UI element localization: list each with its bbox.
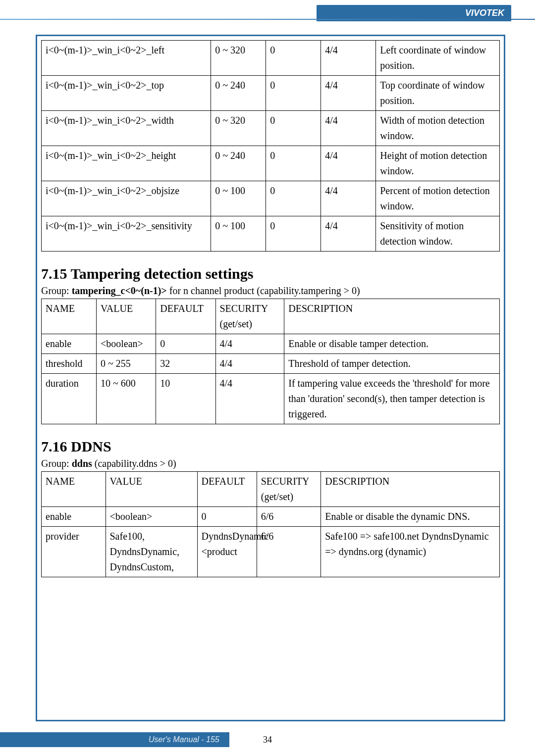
table-row: i<0~(m-1)>_win_i<0~2>_left 0 ~ 320 0 4/4… (42, 41, 500, 76)
cell-name: threshold (42, 354, 97, 374)
group-bold: tampering_c<0~(n-1)> (72, 285, 167, 296)
cell-desc: If tampering value exceeds the 'threshol… (284, 374, 500, 424)
table-row: enable <boolean> 0 6/6 Enable or disable… (42, 507, 500, 527)
cell-sec: 4/4 (215, 334, 284, 354)
cell-def: 0 (156, 334, 215, 354)
table-row: i<0~(m-1)>_win_i<0~2>_sensitivity 0 ~ 10… (42, 216, 500, 252)
cell-value: 0 ~ 255 (97, 354, 156, 374)
section-715-group: Group: tampering_c<0~(n-1)> for n channe… (41, 285, 500, 297)
cell-def: 32 (156, 354, 215, 374)
cell-value: 0 ~ 100 (211, 216, 266, 252)
cell-value: 10 ~ 600 (97, 374, 156, 424)
group-suffix: for n channel product (capability.tamper… (167, 285, 360, 296)
col-value: VALUE (106, 472, 197, 507)
table-row: i<0~(m-1)>_win_i<0~2>_width 0 ~ 320 0 4/… (42, 111, 500, 146)
cell-def: 0 (197, 507, 257, 527)
cell-def: DyndnsDynamic <product (197, 527, 257, 577)
cell-value: 0 ~ 320 (211, 111, 266, 146)
table-row: i<0~(m-1)>_win_i<0~2>_top 0 ~ 240 0 4/4 … (42, 76, 500, 111)
cell-desc: Safe100 => safe100.net DyndnsDynamic => … (321, 527, 500, 577)
cell-name: i<0~(m-1)>_win_i<0~2>_height (42, 146, 211, 181)
table-row: enable <boolean> 0 4/4 Enable or disable… (42, 334, 500, 354)
cell-sec: 4/4 (321, 216, 376, 252)
group-bold: ddns (72, 458, 92, 469)
cell-def: 0 (266, 146, 321, 181)
col-value: VALUE (97, 299, 156, 334)
cell-def: 10 (156, 374, 215, 424)
col-name: NAME (42, 472, 106, 507)
cell-sec: 6/6 (257, 507, 321, 527)
page-footer: 34 User's Manual - 155 (0, 732, 535, 747)
cell-sec: 4/4 (321, 181, 376, 216)
tampering-table: NAME VALUE DEFAULT SECURITY (get/set) DE… (41, 299, 500, 424)
cell-value: Safe100, DyndnsDynamic, DyndnsCustom, (106, 527, 197, 577)
cell-name: i<0~(m-1)>_win_i<0~2>_top (42, 76, 211, 111)
col-sec: SECURITY (get/set) (257, 472, 321, 507)
cell-desc: Enable or disable the dynamic DNS. (321, 507, 500, 527)
cell-def: 0 (266, 111, 321, 146)
cell-sec: 4/4 (321, 111, 376, 146)
cell-def: 0 (266, 41, 321, 76)
col-sec: SECURITY (get/set) (215, 299, 284, 334)
table-row: duration 10 ~ 600 10 4/4 If tampering va… (42, 374, 500, 424)
table-header-row: NAME VALUE DEFAULT SECURITY (get/set) DE… (42, 472, 500, 507)
page-frame: Confidential i<0~(m-1)>_win_i<0~2>_left … (36, 35, 505, 721)
cell-sec: 4/4 (215, 374, 284, 424)
col-name: NAME (42, 299, 97, 334)
cell-def: 0 (266, 181, 321, 216)
cell-value: <boolean> (106, 507, 197, 527)
cell-desc: Top coordinate of window position. (376, 76, 500, 111)
cell-name: i<0~(m-1)>_win_i<0~2>_sensitivity (42, 216, 211, 252)
cell-sec: 6/6 (257, 527, 321, 577)
cell-desc: Threshold of tamper detection. (284, 354, 500, 374)
group-suffix: (capability.ddns > 0) (92, 458, 176, 469)
col-def: DEFAULT (156, 299, 215, 334)
cell-name: enable (42, 507, 106, 527)
cell-desc: Left coordinate of window position. (376, 41, 500, 76)
col-desc: DESCRIPTION (321, 472, 500, 507)
cell-name: i<0~(m-1)>_win_i<0~2>_objsize (42, 181, 211, 216)
group-prefix: Group: (41, 458, 72, 469)
cell-name: provider (42, 527, 106, 577)
cell-desc: Height of motion detection window. (376, 146, 500, 181)
group-prefix: Group: (41, 285, 72, 296)
cell-desc: Sensitivity of motion detection window. (376, 216, 500, 252)
header-divider (0, 19, 535, 20)
section-716-heading: 7.16 DDNS (41, 438, 500, 455)
cell-desc: Width of motion detection window. (376, 111, 500, 146)
cell-def: 0 (266, 76, 321, 111)
cell-value: 0 ~ 240 (211, 76, 266, 111)
table-row: provider Safe100, DyndnsDynamic, DyndnsC… (42, 527, 500, 577)
motion-window-table: i<0~(m-1)>_win_i<0~2>_left 0 ~ 320 0 4/4… (41, 40, 500, 252)
table-row: i<0~(m-1)>_win_i<0~2>_height 0 ~ 240 0 4… (42, 146, 500, 181)
cell-name: duration (42, 374, 97, 424)
cell-value: <boolean> (97, 334, 156, 354)
cell-sec: 4/4 (321, 76, 376, 111)
cell-sec: 4/4 (321, 41, 376, 76)
table-header-row: NAME VALUE DEFAULT SECURITY (get/set) DE… (42, 299, 500, 334)
cell-name: enable (42, 334, 97, 354)
cell-value: 0 ~ 240 (211, 146, 266, 181)
cell-name: i<0~(m-1)>_win_i<0~2>_width (42, 111, 211, 146)
cell-desc: Enable or disable tamper detection. (284, 334, 500, 354)
cell-name: i<0~(m-1)>_win_i<0~2>_left (42, 41, 211, 76)
section-716-group: Group: ddns (capability.ddns > 0) (41, 458, 500, 469)
cell-value: 0 ~ 100 (211, 181, 266, 216)
section-715-heading: 7.15 Tampering detection settings (41, 265, 500, 282)
cell-def: 0 (266, 216, 321, 252)
cell-value: 0 ~ 320 (211, 41, 266, 76)
cell-sec: 4/4 (321, 146, 376, 181)
cell-desc: Percent of motion detection window. (376, 181, 500, 216)
col-desc: DESCRIPTION (284, 299, 500, 334)
table-row: i<0~(m-1)>_win_i<0~2>_objsize 0 ~ 100 0 … (42, 181, 500, 216)
ddns-table: NAME VALUE DEFAULT SECURITY (get/set) DE… (41, 471, 500, 577)
cell-sec: 4/4 (215, 354, 284, 374)
page-number-right: User's Manual - 155 (0, 732, 229, 747)
col-def: DEFAULT (197, 472, 257, 507)
table-row: threshold 0 ~ 255 32 4/4 Threshold of ta… (42, 354, 500, 374)
